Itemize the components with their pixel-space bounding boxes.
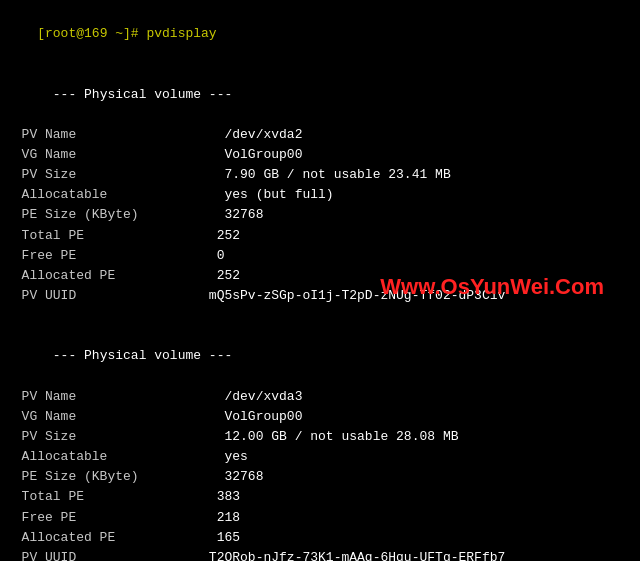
terminal-window: [root@169 ~]# pvdisplay --- Physical vol… <box>6 4 634 557</box>
prompt-line: [root@169 ~]# pvdisplay <box>6 4 634 64</box>
s1-pe-size: PE Size (KByte) 32768 <box>6 205 634 225</box>
s2-vg-name: VG Name VolGroup00 <box>6 407 634 427</box>
s2-allocatable: Allocatable yes <box>6 447 634 467</box>
s2-total-pe: Total PE 383 <box>6 487 634 507</box>
section2-header: --- Physical volume --- <box>6 326 634 386</box>
s1-allocatable: Allocatable yes (but full) <box>6 185 634 205</box>
s2-free-pe: Free PE 218 <box>6 508 634 528</box>
s1-pv-name: PV Name /dev/xvda2 <box>6 125 634 145</box>
blank1 <box>6 306 634 326</box>
s2-pv-name: PV Name /dev/xvda3 <box>6 387 634 407</box>
s1-allocated-pe: Allocated PE 252 <box>6 266 634 286</box>
s2-pv-size: PV Size 12.00 GB / not usable 28.08 MB <box>6 427 634 447</box>
s1-total-pe: Total PE 252 <box>6 226 634 246</box>
s2-pe-size: PE Size (KByte) 32768 <box>6 467 634 487</box>
s2-allocated-pe: Allocated PE 165 <box>6 528 634 548</box>
prompt: [root@169 ~]# pvdisplay <box>37 26 216 41</box>
s2-pv-uuid: PV UUID T2ORob-nJfz-73K1-mAAq-6Hqu-UFTg-… <box>6 548 634 561</box>
s1-pv-uuid: PV UUID mQ5sPv-zSGp-oI1j-T2pD-zNUg-Tf02-… <box>6 286 634 306</box>
section1-header: --- Physical volume --- <box>6 64 634 124</box>
s1-vg-name: VG Name VolGroup00 <box>6 145 634 165</box>
s1-free-pe: Free PE 0 <box>6 246 634 266</box>
s1-pv-size: PV Size 7.90 GB / not usable 23.41 MB <box>6 165 634 185</box>
